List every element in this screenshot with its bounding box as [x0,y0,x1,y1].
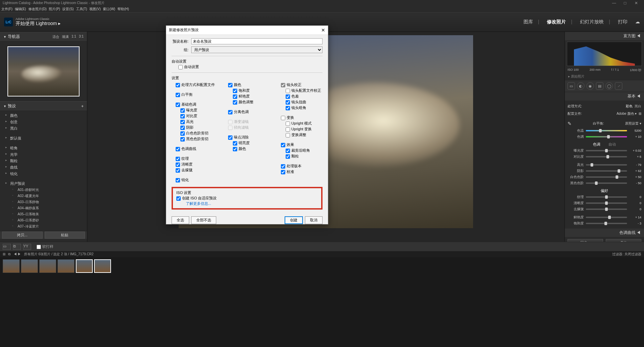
crop-tool-icon[interactable]: ▭ [568,82,575,90]
whites-slider[interactable] [586,176,627,178]
preset-user-7[interactable]: A07–冷蓝胶片 [4,223,83,230]
exposure-slider[interactable] [586,150,627,151]
zoom-11[interactable]: 1:1 [71,35,76,39]
grid-icon[interactable]: ⊞ ⧉ ◀ ▶ [3,252,23,256]
ck-upright-mode[interactable]: Upright 模式 [277,121,323,126]
copy-settings-button[interactable]: 拷贝... [2,232,43,239]
ck-postcrop[interactable]: 裁剪后暗角 [277,148,323,153]
redeye-tool-icon[interactable]: ◉ [586,82,594,90]
histogram-header[interactable]: 直方图 ◀ [565,32,644,40]
preset-group-default[interactable]: 默认值 [4,135,83,142]
iso-learn-more-link[interactable]: 了解更多信息... [186,201,211,205]
ck-noisecolor[interactable]: 颜色 [224,146,270,152]
ck-upright-transform[interactable]: Upright 变换 [277,126,323,132]
select-none-button[interactable]: 全部不选 [191,216,216,224]
preset-user-3[interactable]: A03–日系静物 [4,199,83,205]
menu-view[interactable]: 视图(V) [89,7,101,11]
preset-group-sharpen[interactable]: 锐化 [4,171,83,177]
auto-tone-button[interactable]: 自动 [608,142,616,147]
treat-bw[interactable]: 黑白 [635,104,641,108]
select-all-button[interactable]: 全选 [172,216,189,224]
menu-window[interactable]: 窗口(W) [103,7,115,11]
preset-group-curve[interactable]: 曲线 [4,164,83,171]
filmstrip-thumb-4[interactable] [58,259,74,273]
ck-vibrance[interactable]: 鲜艳度 [224,93,270,99]
spot-tool-icon[interactable]: ◐ [577,82,584,90]
ck-grain[interactable]: 颗粒 [277,153,323,159]
wb-value[interactable]: 原照设置 [625,122,639,125]
histogram-view[interactable] [567,42,642,66]
add-preset-icon[interactable]: + [81,104,84,109]
preset-group-bw[interactable]: 黑白 [4,125,83,132]
ck-tonecurve[interactable]: 色调曲线 [172,146,217,152]
module-develop[interactable]: 修改照片 [547,19,566,24]
temp-slider[interactable] [586,130,627,131]
menu-file[interactable]: 文件(F) [1,7,13,11]
saturation-slider[interactable] [586,223,627,224]
ck-lensvignette[interactable]: 镜头暗角 [277,105,323,111]
filmstrip-thumb-6[interactable] [94,259,111,273]
ck-transform[interactable]: 变换 [277,115,323,121]
preset-group-select[interactable]: 用户预设 [191,46,323,53]
loupe-view-icon[interactable]: ▭ [3,244,11,250]
treat-color[interactable]: 彩色 [626,104,632,108]
reset-button[interactable]: 复位 [606,239,641,242]
ck-blacks[interactable]: 黑色色阶剪切 [172,136,217,142]
filmstrip-thumb-1[interactable] [3,259,20,273]
cancel-button[interactable]: 取消 [305,216,323,224]
ck-calibration[interactable]: 校准 [277,169,323,175]
preset-group-user[interactable]: 用户预设 [4,180,83,187]
filter-value[interactable]: 关闭过滤器 [624,252,641,256]
preset-user-4[interactable]: A04–幽静森系 [4,205,83,211]
paste-settings-button[interactable]: 粘贴 [45,232,85,239]
dehaze-slider[interactable] [586,209,627,210]
sync-button[interactable]: 同步... [568,239,603,242]
iso-adaptive-check[interactable]: 创建 ISO 自适应预设 [176,195,318,201]
softproof-toggle[interactable] [37,245,41,249]
ck-basic[interactable]: 基础色调 [172,102,217,107]
compare-icon[interactable]: ⧉ [13,244,21,250]
preset-group-creative[interactable]: 创意 [4,119,83,125]
module-slideshow[interactable]: 幻灯片放映 [580,19,604,24]
profile-value[interactable]: Adobe 颜色 [617,112,634,115]
ck-clarity[interactable]: 清晰度 [172,161,217,167]
create-button[interactable]: 创建 [285,216,303,224]
ck-wb[interactable]: 白平衡 [172,92,217,97]
brush-tool-icon[interactable]: ⟋ [615,82,622,90]
module-library[interactable]: 图库 [524,19,533,24]
ck-luminance[interactable]: 明亮度 [224,140,270,146]
ck-coloradjust[interactable]: 颜色调整 [224,99,270,105]
ck-lens[interactable]: 镜头校正 [277,82,323,88]
ck-exposure[interactable]: 曝光度 [172,107,217,113]
shadows-slider[interactable] [586,170,627,172]
ck-transform-adjust[interactable]: 变换调整 [277,132,323,138]
navigator-header[interactable]: ▼导航器 适合 填满 1:1 3:1 [0,32,87,42]
preset-user-2[interactable]: A02–暖夏光年 [4,193,83,199]
ck-whites[interactable]: 白色色阶剪切 [172,130,217,136]
ck-ca[interactable]: 色差 [277,93,323,99]
ck-treatment[interactable]: 处理方式和配置文件 [172,82,217,88]
clarity-slider[interactable] [586,202,627,204]
eyedropper-icon[interactable]: ✎ [568,121,572,126]
menu-edit[interactable]: 编辑(E) [15,7,26,11]
menu-photo[interactable]: 照片(P) [49,7,60,11]
close-icon[interactable]: ✕ [631,1,641,5]
module-print[interactable]: 打印 [618,19,627,24]
original-photo-toggle[interactable]: ▸ 原始照片 [565,73,644,80]
contrast-slider[interactable] [586,156,627,157]
menu-help[interactable]: 帮助(H) [117,7,129,11]
ck-contrast[interactable]: 对比度 [172,113,217,119]
tonecurve-header[interactable]: 色调曲线 ◀ [565,229,644,237]
maximize-icon[interactable]: □ [620,1,630,5]
before-after-icon[interactable]: YY [23,244,31,250]
preset-group-vignette[interactable]: 暗角 [4,145,83,151]
blacks-slider[interactable] [586,182,627,184]
preset-user-1[interactable]: A01–静默时光 [4,187,83,193]
auto-settings-check[interactable]: 自动设置 [178,64,323,70]
zoom-31[interactable]: 3:1 [79,35,84,39]
dialog-close-icon[interactable]: ✕ [321,27,325,33]
preset-group-grain[interactable]: 颗粒 [4,158,83,164]
ck-saturation[interactable]: 饱和度 [224,88,270,93]
ck-process[interactable]: 处理版本 [277,163,323,169]
cloud-icon[interactable]: ☁ [635,19,640,24]
